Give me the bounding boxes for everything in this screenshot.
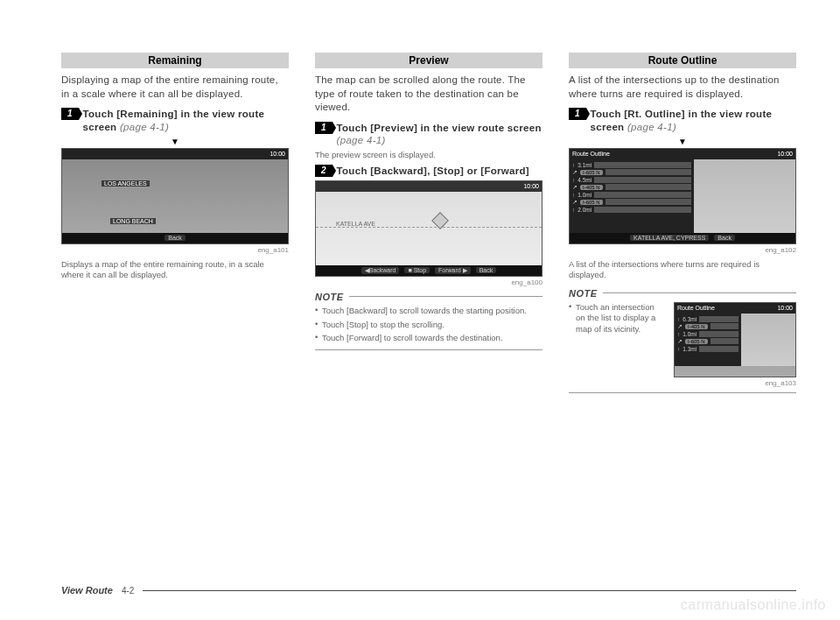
shot-map: LOS ANGELES LONG BEACH	[62, 159, 288, 233]
step-2-preview: 2 Touch [Backward], [Stop] or [Forward]	[315, 165, 542, 178]
outline-road: I-605 N	[580, 170, 603, 175]
watermark: carmanualsonline.info	[681, 597, 826, 613]
map-label: LONG BEACH	[110, 218, 156, 224]
note-divider	[315, 349, 542, 350]
footer-section-title: View Route	[61, 585, 113, 595]
note-title-text: NOTE	[569, 288, 598, 299]
outline-row: ↑3.1mi	[572, 162, 691, 168]
outline-dist: 1.3mi	[682, 346, 696, 352]
step-text: Touch [Backward], [Stop] or [Forward]	[337, 165, 542, 178]
shot-topbar: Route Outline10:00	[570, 149, 795, 159]
note-title-text: NOTE	[315, 292, 344, 302]
outline-dist: 2.0mi	[578, 207, 592, 213]
screenshot-outline-1: Route Outline10:00 ↑3.1mi ↗I-605 N ↑4.5m…	[569, 148, 796, 244]
step-text: Touch [Preview] in the view route screen…	[337, 122, 542, 148]
outline-map-preview	[741, 314, 795, 366]
shot-time: 10:00	[777, 151, 793, 157]
step-badge: 1	[569, 108, 586, 120]
step-text-main: Touch [Rt. Outline] in the view route sc…	[591, 109, 773, 132]
image-id: eng_a101	[61, 246, 289, 254]
image-id: eng_a102	[569, 246, 796, 254]
shot-map: KATELLA AVE	[316, 192, 542, 265]
outline-row: ↗I-605 N	[572, 169, 691, 176]
arrow-down-icon: ▼	[61, 137, 289, 146]
outline-dist: 4.5mi	[578, 177, 592, 183]
footer-page-number: 4-2	[122, 586, 134, 595]
stop-button: ■ Stop	[404, 267, 430, 273]
note-heading: NOTE	[315, 292, 542, 302]
note-with-image: Route Outline10:00 ↑6.3mi ↗I-405 N ↑1.0m…	[569, 302, 796, 379]
outline-road: I-405 N	[685, 324, 708, 329]
outline-row: ↗I-605 N	[677, 338, 738, 345]
outline-list: ↑3.1mi ↗I-605 N ↑4.5mi ↗I-405 N ↑1.0mi ↗…	[570, 159, 694, 233]
outline-row: ↑4.5mi	[572, 177, 691, 183]
header-preview: Preview	[315, 53, 542, 68]
note-heading: NOTE	[569, 288, 796, 299]
outline-row: ↑6.3mi	[677, 316, 738, 322]
backward-button: ◀Backward	[361, 267, 400, 274]
step-1-outline: 1 Touch [Rt. Outline] in the view route …	[569, 108, 796, 134]
step-badge: 1	[61, 108, 79, 120]
step-page-ref: (page 4-1)	[627, 122, 676, 132]
column-remaining: Remaining Displaying a map of the entire…	[61, 53, 289, 393]
outline-dist: 6.3mi	[682, 316, 696, 322]
column-route-outline: Route Outline A list of the intersection…	[569, 53, 796, 393]
back-button: Back	[714, 235, 735, 241]
arrow-down-icon: ▼	[569, 137, 796, 146]
header-route-outline: Route Outline	[569, 53, 796, 68]
shot-topbar: Route Outline10:00	[675, 303, 795, 314]
step-text-main: Touch [Remaining] in the view route scre…	[83, 109, 265, 132]
note-item: Touch [Stop] to stop the scrolling.	[315, 320, 542, 331]
shot-topbar: 10:00	[62, 149, 288, 159]
note-divider	[569, 392, 796, 393]
outline-dist: 1.0mi	[578, 192, 592, 198]
back-button: Back	[476, 267, 497, 273]
manual-page: Remaining Displaying a map of the entire…	[0, 0, 840, 620]
outline-road: I-605 N	[580, 200, 603, 205]
outline-row: ↑2.0mi	[572, 207, 691, 213]
outline-row: ↑1.3mi	[677, 346, 738, 352]
current-location: KATELLA AVE, CYPRESS	[630, 235, 709, 241]
step-1-preview: 1 Touch [Preview] in the view route scre…	[315, 122, 542, 148]
note-item: Touch [Forward] to scroll towards the de…	[315, 333, 542, 344]
step-badge: 2	[315, 165, 332, 177]
intro-remaining: Displaying a map of the entire remaining…	[61, 74, 289, 101]
step-page-ref: (page 4-1)	[120, 122, 169, 132]
note-item: Touch an intersection on the list to dis…	[569, 302, 665, 335]
shot-time: 10:00	[523, 183, 539, 189]
step-badge: 1	[315, 122, 332, 134]
step-text: Touch [Remaining] in the view route scre…	[83, 108, 289, 134]
step-text: Touch [Rt. Outline] in the view route sc…	[591, 108, 796, 134]
forward-button: Forward ▶	[435, 267, 471, 274]
outline-row: ↗I-405 N	[572, 184, 691, 191]
step-text-main: Touch [Preview] in the view route screen	[337, 123, 542, 133]
caption-outline: A list of the intersections where turns …	[569, 259, 796, 281]
step-page-ref: (page 4-1)	[337, 135, 386, 145]
outline-row: ↑1.0mi	[677, 331, 738, 337]
caption-remaining: Displays a map of the entire remaining r…	[61, 259, 289, 281]
outline-map-preview	[694, 159, 795, 233]
footer-rule	[143, 590, 796, 591]
column-preview: Preview The map can be scrolled along th…	[315, 53, 542, 393]
outline-row: ↗I-605 N	[572, 199, 691, 206]
substep-preview: The preview screen is displayed.	[315, 150, 542, 160]
outline-road: I-605 N	[685, 339, 708, 344]
shot-topbar: 10:00	[316, 181, 542, 192]
outline-row: ↗I-405 N	[677, 323, 738, 330]
screenshot-preview: 10:00 KATELLA AVE ◀Backward ■ Stop Forwa…	[315, 180, 542, 277]
header-remaining: Remaining	[61, 53, 289, 68]
shot-btmbar: ◀Backward ■ Stop Forward ▶ Back	[316, 265, 542, 276]
screenshot-outline-2: Route Outline10:00 ↑6.3mi ↗I-405 N ↑1.0m…	[674, 302, 796, 377]
intro-route-outline: A list of the intersections up to the de…	[569, 74, 796, 101]
map-street-label: KATELLA AVE	[333, 221, 378, 227]
outline-road: I-405 N	[580, 185, 603, 190]
image-id: eng_a103	[569, 379, 796, 387]
shot-title: Route Outline	[572, 151, 610, 157]
intro-preview: The map can be scrolled along the route.…	[315, 74, 542, 115]
outline-dist: 1.0mi	[682, 331, 696, 337]
outline-list: ↑6.3mi ↗I-405 N ↑1.0mi ↗I-605 N ↑1.3mi	[675, 314, 741, 366]
outline-row: ↑1.0mi	[572, 192, 691, 198]
shot-time: 10:00	[270, 151, 285, 157]
map-label: LOS ANGELES	[102, 180, 150, 187]
shot-btmbar: Back	[62, 233, 288, 243]
